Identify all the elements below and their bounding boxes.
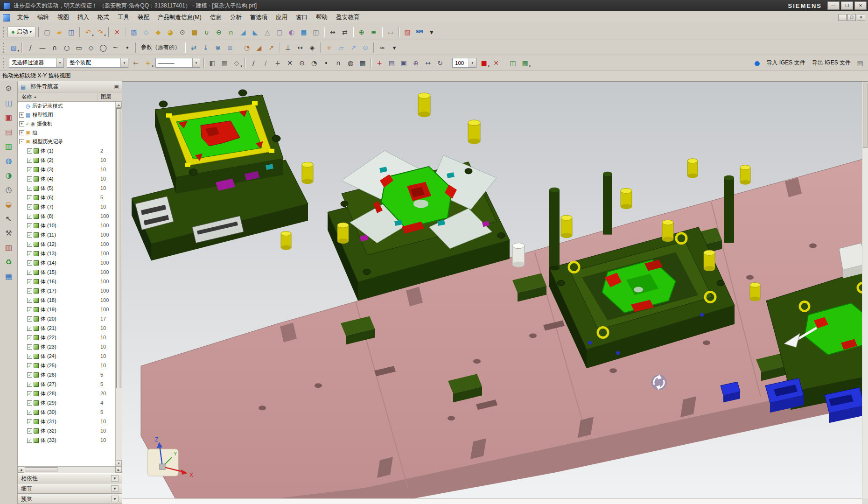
expander-icon[interactable]: +	[19, 121, 24, 126]
intersection-curve-icon[interactable]: ⊗	[212, 42, 224, 54]
fit-view-icon[interactable]: ▣	[398, 57, 410, 69]
scroll-up-icon[interactable]: ▲	[116, 102, 122, 108]
tree-item-body[interactable]: ✓体 (33)10	[18, 435, 115, 445]
rapid-dimension-icon[interactable]: ↔	[294, 42, 306, 54]
tree-item-body[interactable]: ✓体 (14)100	[18, 258, 115, 267]
checkbox-icon[interactable]: ✓	[27, 316, 32, 322]
menu-item-7[interactable]: 产品制造信息(M)	[154, 11, 206, 24]
tools-icon[interactable]: ⚒	[3, 227, 15, 238]
tree-item-body[interactable]: ✓体 (10)100	[18, 221, 115, 230]
tree-item-body[interactable]: ✓体 (7)10	[18, 202, 115, 211]
tree-item-body[interactable]: ✓体 (8)100	[18, 211, 115, 221]
trim-curve-icon[interactable]: ◢	[253, 42, 265, 54]
menu-item-6[interactable]: 装配	[133, 11, 154, 24]
checkbox-icon[interactable]: ✓	[27, 232, 32, 238]
tree-item[interactable]: -▣模型历史记录	[18, 137, 115, 146]
checkbox-icon[interactable]: ✓	[27, 298, 32, 303]
checkbox-icon[interactable]: ✓	[27, 279, 32, 284]
chamfer-icon[interactable]: ◣	[249, 26, 261, 38]
tree-item-body[interactable]: ✓体 (27)5	[18, 379, 115, 389]
section-view-icon[interactable]: ▨	[401, 26, 413, 38]
derived-lines-icon[interactable]: ≡	[224, 42, 236, 54]
tree-item-body[interactable]: ✓体 (21)10	[18, 323, 115, 333]
offset-curve-icon[interactable]: ⇄	[188, 42, 200, 54]
new-file-icon[interactable]: ▢	[41, 26, 53, 38]
redo-icon[interactable]: ↷▾	[94, 26, 106, 38]
extend-curve-icon[interactable]: ↗	[265, 42, 277, 54]
show-constraints-icon[interactable]: ≈	[376, 42, 388, 54]
checkbox-icon[interactable]: ✓	[27, 242, 32, 247]
circle-icon[interactable]: ○	[61, 42, 73, 54]
footer-section-2[interactable]: 预览▼	[18, 494, 122, 504]
sketch-more-icon[interactable]: ▾	[388, 42, 400, 54]
datum-plane-icon[interactable]: ◇	[140, 26, 152, 38]
selection-scope-dropdown[interactable]: 整个装配▼	[67, 58, 128, 68]
checkbox-icon[interactable]: ✓	[27, 326, 32, 331]
menu-item-3[interactable]: 插入	[73, 11, 93, 24]
rotate-view-icon[interactable]: ↻	[434, 57, 446, 69]
snap-quadrant-icon[interactable]: ◔	[308, 57, 320, 69]
journal-icon[interactable]: ▥	[3, 242, 15, 253]
mirror-feature-icon[interactable]: ◫	[310, 26, 322, 38]
dropdown-caret-icon[interactable]: ▼	[192, 58, 200, 67]
checkbox-icon[interactable]: ✓	[27, 335, 32, 340]
menu-item-13[interactable]: 帮助	[312, 11, 332, 24]
checkbox-icon[interactable]: ✓	[27, 288, 32, 294]
trim-body-icon[interactable]: ◐	[286, 26, 298, 38]
checkbox-icon[interactable]: ✓	[27, 148, 32, 154]
dropdown-caret-icon[interactable]: ▼	[120, 58, 128, 67]
tree-item[interactable]: +▦模型视图	[18, 111, 115, 119]
checkbox-icon[interactable]: ✓	[27, 204, 32, 210]
checkbox-icon[interactable]: ✓	[27, 195, 32, 200]
menu-item-9[interactable]: 分析	[226, 11, 246, 24]
shell-icon[interactable]: ▢	[273, 26, 286, 38]
checkbox-icon[interactable]: ✓	[27, 307, 32, 312]
tree-item-body[interactable]: ✓体 (19)100	[18, 305, 115, 314]
tree-item-body[interactable]: ✓体 (23)10	[18, 342, 115, 351]
snap-point-on-face-icon[interactable]: ◍	[344, 57, 357, 69]
tree-item-body[interactable]: ✓体 (11)100	[18, 230, 115, 239]
footer-section-1[interactable]: 细节▼	[18, 483, 122, 494]
column-layer-header[interactable]: 图层	[98, 93, 122, 100]
tree-item-body[interactable]: ✓体 (30)5	[18, 407, 115, 417]
orient-view-icon[interactable]: ◇▾	[231, 57, 243, 69]
dropdown-caret-icon[interactable]: ▼	[56, 58, 63, 67]
snap-arc-center-icon[interactable]: ⊙	[296, 57, 308, 69]
web-browser-icon[interactable]: ◍	[3, 155, 15, 166]
block-primitive-icon[interactable]: ■	[189, 26, 201, 38]
direct-sketch-icon[interactable]: ▧▾	[7, 42, 20, 54]
checkbox-icon[interactable]: ✓	[27, 428, 32, 434]
geometric-constraints-icon[interactable]: ⊥	[282, 42, 294, 54]
pattern-face-icon[interactable]: ▤	[385, 57, 398, 69]
checkbox-icon[interactable]: ✓	[27, 223, 32, 228]
tree-item[interactable]: +✓◉摄像机	[18, 119, 115, 128]
exploded-view-icon[interactable]: ▦▾	[519, 57, 531, 69]
menu-item-11[interactable]: 应用	[272, 11, 292, 24]
checkbox-icon[interactable]: ✓	[27, 363, 32, 368]
zoom-percent-dropdown[interactable]: 100▼	[452, 58, 476, 68]
tree-item[interactable]: ◷历史记录模式	[18, 102, 115, 111]
datum-csys-icon[interactable]: +	[323, 42, 335, 54]
scheduler-icon[interactable]: ◷	[3, 184, 15, 195]
doc-restore-button[interactable]: ❐	[847, 14, 856, 21]
expander-icon[interactable]: +	[19, 112, 24, 118]
checkbox-icon[interactable]: ✓	[27, 344, 32, 350]
hole-icon[interactable]: ⊙	[176, 26, 189, 38]
polygon-icon[interactable]: ◇	[85, 42, 97, 54]
undo-icon[interactable]: ↶▾	[82, 26, 94, 38]
dialog-rail-icon[interactable]: ▤	[854, 57, 866, 69]
menu-item-14[interactable]: 盈安教育	[332, 11, 364, 24]
fillet-curve-icon[interactable]: ◔	[241, 42, 253, 54]
unite-icon[interactable]: ∪	[201, 26, 213, 38]
chevron-down-icon[interactable]: ▼	[111, 475, 119, 482]
layout-grid-icon[interactable]: ▦	[3, 271, 15, 282]
checkbox-icon[interactable]: ✓	[27, 410, 32, 415]
snap-control-point-icon[interactable]: +	[272, 57, 284, 69]
add-component-icon[interactable]: ⊕	[356, 26, 368, 38]
tree-item-body[interactable]: ✓体 (15)100	[18, 267, 115, 277]
start-menu-button[interactable]: ●启动▾	[7, 27, 35, 37]
iges-orb-icon[interactable]: ●	[751, 57, 763, 69]
doc-minimize-button[interactable]: —	[838, 14, 847, 21]
pan-view-icon[interactable]: ↔	[422, 57, 434, 69]
visual-reports-icon[interactable]: ▥	[3, 140, 15, 152]
